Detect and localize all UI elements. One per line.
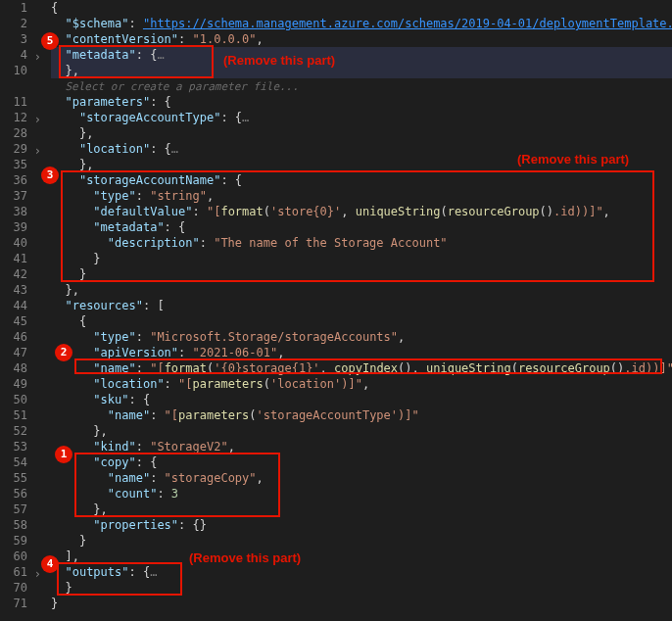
json-key: "count" <box>108 487 158 501</box>
json-key: "name" <box>108 471 150 485</box>
json-string: '{0}storage{1}' <box>214 361 319 375</box>
json-key: "contentVersion" <box>65 32 178 46</box>
json-string: "The name of the Storage Account" <box>214 236 447 250</box>
line-number: 70 <box>0 580 43 596</box>
line-number: 40 <box>0 235 43 251</box>
line-number: 47 <box>0 345 43 360</box>
line-number: 11 <box>0 94 43 110</box>
json-key: "parameters" <box>65 95 150 109</box>
line-number: 10 <box>0 63 43 78</box>
json-key: "properties" <box>93 518 178 532</box>
json-key: "location" <box>93 377 164 391</box>
code-text: } <box>51 597 58 610</box>
codelens-hint[interactable]: Select or create a parameter file... <box>65 80 298 93</box>
function-name: format <box>220 205 263 218</box>
annotation-label: (Remove this part) <box>189 550 301 565</box>
chevron-right-icon[interactable]: › <box>31 566 41 576</box>
line-number: 41 <box>0 251 43 266</box>
code-text: } <box>79 267 86 281</box>
json-string: "string" <box>150 189 207 203</box>
json-string: "storageCopy" <box>165 471 257 485</box>
code-text: ], <box>65 549 78 563</box>
fold-ellipsis[interactable]: … <box>171 142 178 156</box>
annotation-badge-5: 5 <box>41 32 59 50</box>
line-number: 61› <box>0 564 43 580</box>
json-key: "name" <box>108 408 150 422</box>
line-number: 60 <box>0 549 43 564</box>
json-string: "[ <box>165 408 178 422</box>
line-number: 55 <box>0 470 43 486</box>
json-string: "[ <box>150 361 164 375</box>
json-key: "name" <box>93 361 135 375</box>
json-string: "[ <box>207 205 220 218</box>
json-string: .id))]" <box>624 361 672 375</box>
line-number: 29› <box>0 141 43 157</box>
json-string: 'store{0}' <box>270 205 341 218</box>
code-editor: 1 2 3 4› 10 11 12› 28 29› 35 36 37 38 39… <box>0 0 672 621</box>
json-key: "location" <box>79 142 150 156</box>
line-number: 35 <box>0 157 43 172</box>
line-number-gutter: 1 2 3 4› 10 11 12› 28 29› 35 36 37 38 39… <box>0 0 47 621</box>
code-text: } <box>65 581 72 595</box>
json-key: "apiVersion" <box>93 346 178 359</box>
json-string: "2021-06-01" <box>193 346 278 359</box>
chevron-right-icon[interactable]: › <box>31 143 41 153</box>
fold-ellipsis[interactable]: … <box>150 565 157 579</box>
chevron-right-icon[interactable]: › <box>31 49 41 59</box>
line-number: 49 <box>0 376 43 392</box>
json-string: "StorageV2" <box>150 440 227 454</box>
line-number: 43 <box>0 282 43 298</box>
line-number: 12› <box>0 110 43 125</box>
function-name: uniqueString <box>356 205 441 218</box>
line-number: 50 <box>0 392 43 407</box>
function-name: parameters <box>193 377 264 391</box>
function-name: resourceGroup <box>518 361 610 375</box>
json-key: "kind" <box>93 440 135 454</box>
json-string: "Microsoft.Storage/storageAccounts" <box>150 330 398 344</box>
line-number: 1 <box>0 0 43 16</box>
line-number: 39 <box>0 219 43 235</box>
code-text: }, <box>65 64 78 77</box>
code-content[interactable]: { "$schema": "https://schema.management.… <box>47 0 672 621</box>
fold-ellipsis[interactable]: … <box>242 111 249 124</box>
json-number: 3 <box>171 487 178 501</box>
json-key: "metadata" <box>93 220 164 234</box>
line-number: 45 <box>0 313 43 329</box>
code-text: }, <box>93 424 107 438</box>
line-number: 58 <box>0 517 43 533</box>
fold-ellipsis[interactable]: … <box>157 48 164 62</box>
line-number: 46 <box>0 329 43 345</box>
json-string: .id))]" <box>553 205 603 218</box>
code-text: }, <box>79 158 93 171</box>
json-string: "[ <box>178 377 192 391</box>
json-key: "resources" <box>65 299 142 312</box>
line-number: 44 <box>0 298 43 313</box>
line-number: 38 <box>0 204 43 219</box>
json-key: "type" <box>93 189 135 203</box>
line-number: 53 <box>0 439 43 454</box>
json-key: "type" <box>93 330 135 344</box>
line-number: 2 <box>0 16 43 31</box>
line-number: 4› <box>0 47 43 63</box>
line-number: 51 <box>0 407 43 423</box>
function-name: parameters <box>178 408 249 422</box>
json-key: "metadata" <box>65 48 135 62</box>
code-text: }, <box>93 502 107 516</box>
chevron-right-icon[interactable]: › <box>31 112 41 121</box>
line-number: 36 <box>0 172 43 188</box>
json-string: "1.0.0.0" <box>193 32 257 46</box>
json-key: "sku" <box>93 393 128 406</box>
line-number: 3 <box>0 31 43 47</box>
code-text: }, <box>65 283 78 297</box>
annotation-label: (Remove this part) <box>517 152 629 167</box>
line-number <box>0 78 43 94</box>
annotation-label: (Remove this part) <box>223 53 335 68</box>
line-number: 37 <box>0 188 43 204</box>
code-text: }, <box>79 126 93 140</box>
line-number: 28 <box>0 125 43 141</box>
code-text: } <box>93 252 100 265</box>
line-number: 57 <box>0 502 43 517</box>
function-name: format <box>165 361 207 375</box>
line-number: 56 <box>0 486 43 502</box>
json-string: 'storageAccountType' <box>257 408 399 422</box>
